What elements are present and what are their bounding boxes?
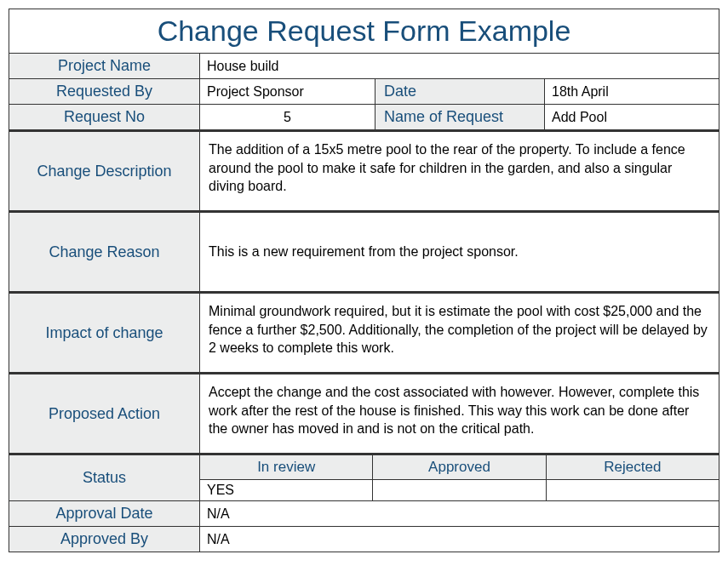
status-value-in-review: YES	[200, 480, 373, 500]
value-proposed-action: Accept the change and the cost associate…	[200, 374, 719, 453]
label-proposed-action: Proposed Action	[9, 374, 200, 453]
status-value-approved	[373, 480, 546, 500]
label-requested-by: Requested By	[9, 79, 200, 104]
label-impact-of-change: Impact of change	[9, 294, 200, 372]
value-requested-by: Project Sponsor	[200, 79, 375, 104]
label-date: Date	[375, 79, 545, 104]
label-change-reason: Change Reason	[9, 213, 200, 291]
row-request-no: Request No 5 Name of Request Add Pool	[9, 105, 719, 130]
label-request-no: Request No	[9, 105, 200, 129]
label-project-name: Project Name	[9, 54, 200, 78]
value-project-name: House build	[200, 54, 719, 78]
row-status: Status In review Approved Rejected YES	[9, 454, 719, 501]
status-value-row: YES	[200, 480, 719, 500]
value-request-no: 5	[200, 105, 375, 129]
label-name-of-request: Name of Request	[375, 105, 545, 129]
status-value-rejected	[547, 480, 719, 500]
value-change-description: The addition of a 15x5 metre pool to the…	[200, 132, 719, 210]
status-header-rejected: Rejected	[547, 455, 719, 479]
row-requested-by: Requested By Project Sponsor Date 18th A…	[9, 79, 719, 105]
row-approval-date: Approval Date N/A	[9, 501, 719, 527]
row-change-description: Change Description The addition of a 15x…	[9, 130, 719, 211]
label-change-description: Change Description	[9, 132, 200, 210]
value-approval-date: N/A	[200, 501, 719, 526]
status-block: In review Approved Rejected YES	[200, 455, 719, 500]
value-approved-by: N/A	[200, 527, 719, 552]
change-request-form: Change Request Form Example Project Name…	[9, 9, 719, 552]
value-date: 18th April	[545, 79, 719, 104]
row-approved-by: Approved By N/A	[9, 527, 719, 552]
value-change-reason: This is a new requirement from the proje…	[200, 213, 719, 291]
label-approval-date: Approval Date	[9, 501, 200, 526]
row-impact-of-change: Impact of change Minimal groundwork requ…	[9, 292, 719, 373]
status-header-approved: Approved	[373, 455, 546, 479]
form-title: Change Request Form Example	[9, 9, 719, 54]
value-name-of-request: Add Pool	[545, 105, 719, 129]
row-change-reason: Change Reason This is a new requirement …	[9, 211, 719, 292]
row-proposed-action: Proposed Action Accept the change and th…	[9, 373, 719, 454]
status-header-row: In review Approved Rejected	[200, 455, 719, 480]
label-approved-by: Approved By	[9, 527, 200, 552]
row-project-name: Project Name House build	[9, 54, 719, 79]
label-status: Status	[9, 455, 200, 500]
value-impact-of-change: Minimal groundwork required, but it is e…	[200, 294, 719, 372]
status-header-in-review: In review	[200, 455, 373, 479]
